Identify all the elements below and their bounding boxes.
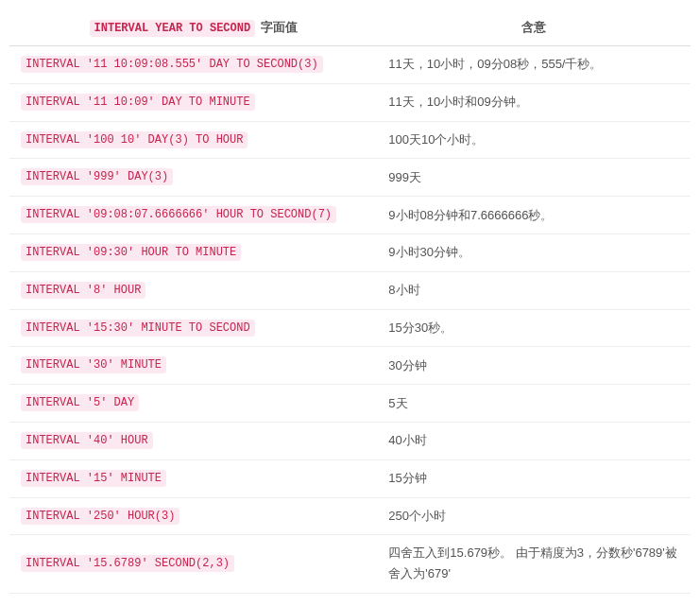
table-row: INTERVAL '100 10' DAY(3) TO HOUR100天10个小… bbox=[9, 121, 691, 159]
cell-meaning: 11天，10小时，09分08秒，555/千秒。 bbox=[377, 46, 691, 84]
interval-literal-code: INTERVAL '40' HOUR bbox=[21, 432, 153, 449]
table-row: INTERVAL '999' DAY(3)999天 bbox=[9, 159, 691, 197]
table-row: INTERVAL '11 10:09' DAY TO MINUTE11天，10小… bbox=[9, 83, 691, 121]
cell-literal: INTERVAL '999' DAY(3) bbox=[9, 159, 377, 197]
cell-meaning: 30分钟 bbox=[377, 347, 691, 385]
cell-literal: INTERVAL '09:08:07.6666666' HOUR TO SECO… bbox=[9, 197, 377, 234]
interval-literal-code: INTERVAL '5' DAY bbox=[21, 394, 139, 411]
table-row: INTERVAL '15:30' MINUTE TO SECOND15分30秒。 bbox=[9, 309, 691, 347]
interval-literal-code: INTERVAL '250' HOUR(3) bbox=[21, 508, 179, 525]
cell-literal: INTERVAL '15.6789' SECOND(2,3) bbox=[9, 535, 377, 593]
cell-literal: INTERVAL '30' MINUTE bbox=[9, 347, 377, 385]
table-header-row: INTERVAL YEAR TO SECOND 字面值 含意 bbox=[9, 9, 691, 46]
cell-meaning: 9小时30分钟。 bbox=[377, 234, 691, 271]
cell-literal: INTERVAL '11 10:09:08.555' DAY TO SECOND… bbox=[9, 46, 377, 84]
table-row: INTERVAL '09:30' HOUR TO MINUTE9小时30分钟。 bbox=[9, 234, 691, 271]
cell-meaning: 8小时 bbox=[377, 271, 691, 309]
cell-meaning: 40小时 bbox=[377, 422, 691, 459]
cell-literal: INTERVAL '15' MINUTE bbox=[9, 459, 377, 497]
interval-literal-code: INTERVAL '09:30' HOUR TO MINUTE bbox=[21, 244, 241, 261]
cell-meaning: 5天 bbox=[377, 385, 691, 423]
header-literal-suffix: 字面值 bbox=[261, 20, 298, 34]
interval-literal-code: INTERVAL '11 10:09' DAY TO MINUTE bbox=[21, 94, 255, 111]
cell-literal: INTERVAL '15:30' MINUTE TO SECOND bbox=[9, 309, 377, 347]
cell-literal: INTERVAL '100 10' DAY(3) TO HOUR bbox=[9, 121, 377, 159]
interval-literal-code: INTERVAL '30' MINUTE bbox=[21, 356, 166, 373]
table-row: INTERVAL '09:08:07.6666666' HOUR TO SECO… bbox=[9, 197, 691, 234]
cell-literal: INTERVAL '8' HOUR bbox=[9, 271, 377, 309]
table-row: INTERVAL '5' DAY5天 bbox=[9, 385, 691, 423]
cell-meaning: 15分30秒。 bbox=[377, 309, 691, 347]
table-row: INTERVAL '250' HOUR(3)250个小时 bbox=[9, 497, 691, 535]
interval-literal-code: INTERVAL '15:30' MINUTE TO SECOND bbox=[21, 320, 255, 337]
header-literal-code: INTERVAL YEAR TO SECOND bbox=[90, 20, 256, 37]
interval-literal-code: INTERVAL '11 10:09:08.555' DAY TO SECOND… bbox=[21, 56, 323, 73]
interval-literal-code: INTERVAL '999' DAY(3) bbox=[21, 168, 173, 185]
header-literal: INTERVAL YEAR TO SECOND 字面值 bbox=[9, 9, 377, 46]
table-row: INTERVAL '30' MINUTE30分钟 bbox=[9, 347, 691, 385]
cell-literal: INTERVAL '09:30' HOUR TO MINUTE bbox=[9, 234, 377, 271]
cell-meaning: 999天 bbox=[377, 159, 691, 197]
cell-meaning: 四舍五入到15.679秒。 由于精度为3，分数秒'6789'被舍入为'679' bbox=[377, 535, 691, 593]
cell-meaning: 9小时08分钟和7.6666666秒。 bbox=[377, 197, 691, 234]
cell-meaning: 11天，10小时和09分钟。 bbox=[377, 83, 691, 121]
interval-literal-code: INTERVAL '09:08:07.6666666' HOUR TO SECO… bbox=[21, 206, 336, 223]
interval-literal-code: INTERVAL '15' MINUTE bbox=[21, 470, 166, 487]
interval-literal-code: INTERVAL '15.6789' SECOND(2,3) bbox=[21, 555, 234, 572]
table-row: INTERVAL '40' HOUR40小时 bbox=[9, 422, 691, 459]
interval-literal-code: INTERVAL '100 10' DAY(3) TO HOUR bbox=[21, 131, 248, 148]
table-row: INTERVAL '15.6789' SECOND(2,3)四舍五入到15.67… bbox=[9, 535, 691, 593]
table-row: INTERVAL '8' HOUR8小时 bbox=[9, 271, 691, 309]
cell-meaning: 15分钟 bbox=[377, 459, 691, 497]
cell-literal: INTERVAL '250' HOUR(3) bbox=[9, 497, 377, 535]
cell-meaning: 100天10个小时。 bbox=[377, 121, 691, 159]
cell-meaning: 250个小时 bbox=[377, 497, 691, 535]
cell-literal: INTERVAL '11 10:09' DAY TO MINUTE bbox=[9, 83, 377, 121]
interval-literal-table: INTERVAL YEAR TO SECOND 字面值 含意 INTERVAL … bbox=[9, 9, 691, 594]
table-row: INTERVAL '11 10:09:08.555' DAY TO SECOND… bbox=[9, 46, 691, 84]
cell-literal: INTERVAL '40' HOUR bbox=[9, 422, 377, 459]
interval-literal-code: INTERVAL '8' HOUR bbox=[21, 282, 145, 299]
cell-literal: INTERVAL '5' DAY bbox=[9, 385, 377, 423]
header-meaning: 含意 bbox=[377, 9, 691, 46]
table-row: INTERVAL '15' MINUTE15分钟 bbox=[9, 459, 691, 497]
